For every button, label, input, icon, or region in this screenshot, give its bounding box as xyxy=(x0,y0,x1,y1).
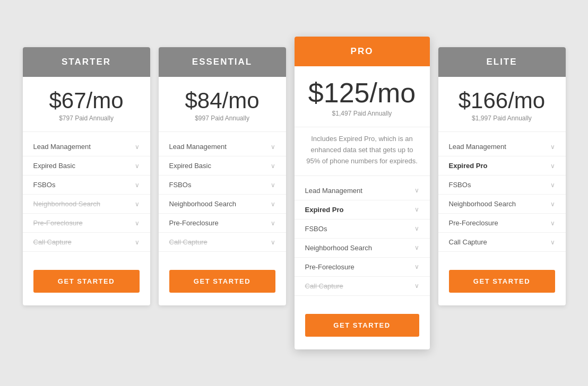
plans-container: STARTER$67/mo$797 Paid AnnuallyLead Mana… xyxy=(8,21,581,365)
feature-label: Lead Management xyxy=(169,143,227,151)
get-started-button-essential[interactable]: GET STARTED xyxy=(169,270,275,293)
chevron-down-icon: ∨ xyxy=(135,181,140,189)
feature-label: Call Capture xyxy=(33,238,72,246)
plan-card-starter: STARTER$67/mo$797 Paid AnnuallyLead Mana… xyxy=(23,47,150,305)
feature-item[interactable]: Call Capture∨ xyxy=(295,277,430,296)
feature-label: Neighborhood Search xyxy=(305,244,372,252)
feature-item[interactable]: Call Capture∨ xyxy=(23,233,150,252)
chevron-down-icon: ∨ xyxy=(550,143,555,151)
chevron-down-icon: ∨ xyxy=(271,181,275,189)
feature-label: Neighborhood Search xyxy=(33,200,100,208)
feature-item[interactable]: Lead Management∨ xyxy=(159,137,286,156)
plan-price-essential: $84/mo xyxy=(169,89,275,113)
plan-cta-area-starter: GET STARTED xyxy=(23,257,150,305)
feature-item[interactable]: Call Capture∨ xyxy=(438,233,566,252)
chevron-down-icon: ∨ xyxy=(271,239,275,246)
feature-label: Lead Management xyxy=(449,143,506,151)
feature-label: Pre-Foreclosure xyxy=(449,219,498,227)
chevron-down-icon: ∨ xyxy=(414,244,419,251)
plan-annual-elite: $1,997 Paid Annually xyxy=(449,115,555,122)
plan-card-elite: ELITE$166/mo$1,997 Paid AnnuallyLead Man… xyxy=(438,47,566,305)
plan-features-pro: Lead Management∨Expired Pro∨FSBOs∨Neighb… xyxy=(295,176,430,301)
feature-item[interactable]: Lead Management∨ xyxy=(295,181,430,200)
feature-label: Call Capture xyxy=(169,238,207,246)
feature-item[interactable]: Neighborhood Search∨ xyxy=(23,195,150,214)
feature-label: Call Capture xyxy=(449,238,487,246)
chevron-down-icon: ∨ xyxy=(414,263,419,270)
plan-annual-pro: $1,497 Paid Annually xyxy=(305,110,419,117)
feature-item[interactable]: Neighborhood Search∨ xyxy=(438,195,566,214)
feature-label: Neighborhood Search xyxy=(169,200,236,208)
plan-price-starter: $67/mo xyxy=(33,89,140,113)
feature-label: Lead Management xyxy=(305,187,362,195)
feature-item[interactable]: Pre-Foreclosure∨ xyxy=(295,258,430,277)
feature-item[interactable]: Expired Basic∨ xyxy=(159,156,286,176)
feature-item[interactable]: Neighborhood Search∨ xyxy=(159,195,286,214)
get-started-button-starter[interactable]: GET STARTED xyxy=(33,270,140,293)
plan-cta-area-pro: GET STARTED xyxy=(295,301,430,349)
get-started-button-elite[interactable]: GET STARTED xyxy=(449,270,555,293)
chevron-down-icon: ∨ xyxy=(271,220,275,227)
feature-item[interactable]: FSBOs∨ xyxy=(23,176,150,195)
feature-item[interactable]: FSBOs∨ xyxy=(438,176,566,195)
plan-header-starter: STARTER xyxy=(23,47,150,77)
feature-item[interactable]: Lead Management∨ xyxy=(23,137,150,156)
plan-annual-essential: $997 Paid Annually xyxy=(169,115,275,122)
plan-cta-area-elite: GET STARTED xyxy=(438,257,566,305)
plan-price-pro: $125/mo xyxy=(305,78,419,108)
plan-features-elite: Lead Management∨Expired Pro∨FSBOs∨Neighb… xyxy=(438,131,566,257)
plan-price-area-elite: $166/mo$1,997 Paid Annually xyxy=(438,77,566,127)
plan-price-elite: $166/mo xyxy=(449,89,555,113)
plan-annual-starter: $797 Paid Annually xyxy=(33,115,140,122)
plan-features-starter: Lead Management∨Expired Basic∨FSBOs∨Neig… xyxy=(23,131,150,257)
chevron-down-icon: ∨ xyxy=(271,200,275,208)
plan-price-area-starter: $67/mo$797 Paid Annually xyxy=(23,77,150,127)
feature-item[interactable]: FSBOs∨ xyxy=(295,220,430,239)
feature-item[interactable]: FSBOs∨ xyxy=(159,176,286,195)
plan-price-area-essential: $84/mo$997 Paid Annually xyxy=(159,77,286,127)
feature-label: Lead Management xyxy=(33,143,91,151)
plan-price-area-pro: $125/mo$1,497 Paid Annually xyxy=(295,66,430,122)
feature-label: FSBOs xyxy=(305,225,327,233)
feature-item[interactable]: Neighborhood Search∨ xyxy=(295,239,430,258)
feature-item[interactable]: Call Capture∨ xyxy=(159,233,286,252)
chevron-down-icon: ∨ xyxy=(135,239,140,246)
feature-label: FSBOs xyxy=(449,181,471,189)
feature-item[interactable]: Pre-Foreclosure∨ xyxy=(159,214,286,233)
chevron-down-icon: ∨ xyxy=(550,200,555,208)
feature-label: Call Capture xyxy=(305,282,343,290)
feature-label: Neighborhood Search xyxy=(449,200,516,208)
chevron-down-icon: ∨ xyxy=(135,200,140,208)
feature-item[interactable]: Expired Pro∨ xyxy=(295,200,430,220)
get-started-button-pro[interactable]: GET STARTED xyxy=(305,314,419,337)
chevron-down-icon: ∨ xyxy=(414,187,419,194)
chevron-down-icon: ∨ xyxy=(550,181,555,189)
plan-cta-area-essential: GET STARTED xyxy=(159,257,286,305)
chevron-down-icon: ∨ xyxy=(135,143,140,151)
chevron-down-icon: ∨ xyxy=(135,162,140,170)
feature-item[interactable]: Expired Basic∨ xyxy=(23,156,150,176)
feature-label: Expired Pro xyxy=(305,206,344,214)
plan-card-essential: ESSENTIAL$84/mo$997 Paid AnnuallyLead Ma… xyxy=(159,47,286,305)
plan-desc-pro: Includes Expired Pro, which is an enhanc… xyxy=(295,127,430,171)
feature-item[interactable]: Expired Pro∨ xyxy=(438,156,566,176)
feature-label: Pre-Foreclosure xyxy=(169,219,219,227)
plan-header-elite: ELITE xyxy=(438,47,566,77)
chevron-down-icon: ∨ xyxy=(135,220,140,227)
plan-features-essential: Lead Management∨Expired Basic∨FSBOs∨Neig… xyxy=(159,131,286,257)
plan-card-pro: PRO$125/mo$1,497 Paid AnnuallyIncludes E… xyxy=(295,37,430,349)
chevron-down-icon: ∨ xyxy=(414,282,419,290)
plan-header-pro: PRO xyxy=(295,37,430,66)
feature-item[interactable]: Pre-Foreclosure∨ xyxy=(438,214,566,233)
chevron-down-icon: ∨ xyxy=(550,220,555,227)
feature-item[interactable]: Lead Management∨ xyxy=(438,137,566,156)
feature-label: FSBOs xyxy=(33,181,56,189)
chevron-down-icon: ∨ xyxy=(550,239,555,246)
feature-label: Pre-Foreclosure xyxy=(305,263,354,271)
feature-label: Expired Basic xyxy=(33,162,75,170)
feature-label: Expired Pro xyxy=(449,162,488,170)
chevron-down-icon: ∨ xyxy=(271,162,275,170)
chevron-down-icon: ∨ xyxy=(414,206,419,213)
feature-label: Expired Basic xyxy=(169,162,211,170)
feature-item[interactable]: Pre-Foreclosure∨ xyxy=(23,214,150,233)
